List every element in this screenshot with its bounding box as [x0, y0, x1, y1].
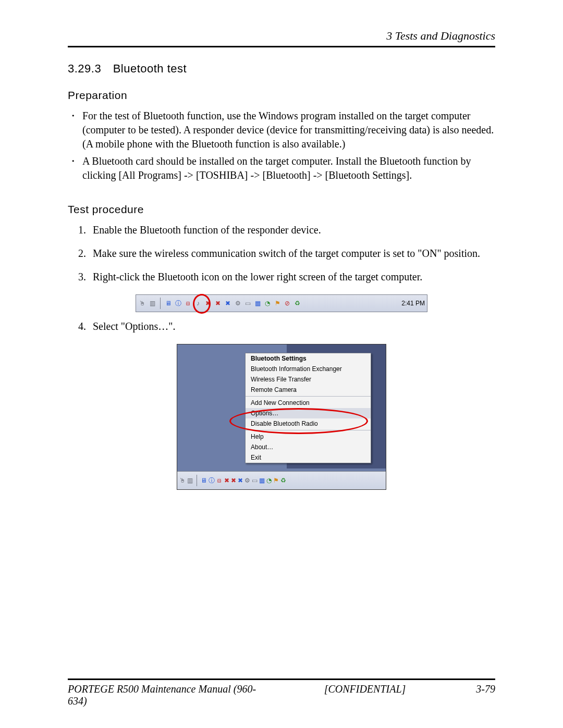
volume-red-icon: ✖ — [204, 299, 212, 307]
bluetooth-context-menu: Bluetooth Settings Bluetooth Information… — [245, 353, 371, 463]
procedure-list: Enable the Bluetooth function of the res… — [89, 223, 495, 284]
procedure-list-cont: Select "Options…". — [89, 319, 495, 334]
procedure-heading: Test procedure — [68, 203, 495, 216]
figure-context-menu: Bluetooth Settings Bluetooth Information… — [177, 344, 386, 490]
speaker-icon: ♪ — [194, 299, 202, 307]
tray-separator — [197, 475, 197, 486]
page: 3 Tests and Diagnostics 3.29.3 Bluetooth… — [0, 0, 563, 728]
desktop-icon: 🖥 — [164, 299, 173, 307]
running-header: 3 Tests and Diagnostics — [68, 29, 495, 43]
footer-confidential: [CONFIDENTIAL] — [266, 683, 464, 707]
menu-item-options[interactable]: Options… — [246, 408, 371, 418]
volume-blue-icon: ✖ — [224, 299, 232, 307]
util-icon: ⚙ — [244, 477, 250, 484]
program-icon: ▥ — [148, 299, 156, 307]
footer-manual-title: PORTEGE R500 Maintenance Manual (960-634… — [68, 683, 266, 707]
menu-item-bluetooth-settings[interactable]: Bluetooth Settings — [246, 353, 371, 364]
bottom-rule — [68, 678, 495, 680]
section-heading: 3.29.3 Bluetooth test — [68, 62, 495, 76]
menu-item-exit[interactable]: Exit — [246, 452, 371, 463]
preparation-heading: Preparation — [68, 89, 495, 102]
alert-icon: ⦻ — [216, 477, 223, 484]
flag-icon: ⚑ — [273, 299, 282, 307]
procedure-step: Make sure the wireless communication swi… — [89, 246, 495, 261]
system-tray: 🖱 ▥ 🖥 ⓘ ⦻ ✖ ✖ ✖ ⚙ ▭ ▦ ◔ ⚑ ♻ — [177, 471, 386, 489]
recycle-icon: ♻ — [293, 299, 301, 307]
menu-separator — [246, 430, 371, 430]
menu-item-about[interactable]: About… — [246, 442, 371, 452]
menu-item-help[interactable]: Help — [246, 431, 371, 442]
footer-page-number: 3-79 — [464, 683, 495, 707]
desktop-icon: 🖥 — [201, 477, 207, 484]
menu-item-info-exchanger[interactable]: Bluetooth Information Exchanger — [246, 364, 371, 374]
section-title: Bluetooth test — [113, 62, 187, 75]
section-number: 3.29.3 — [68, 62, 109, 76]
page-footer: PORTEGE R500 Maintenance Manual (960-634… — [68, 673, 495, 707]
util-icon: ⚙ — [234, 299, 242, 307]
mouse-icon: 🖱 — [179, 477, 186, 484]
menu-separator — [246, 396, 371, 397]
bluetooth-icon[interactable]: ⓘ — [209, 477, 215, 484]
window-icon: ▦ — [253, 299, 262, 307]
bluetooth-icon[interactable]: ⓘ — [174, 299, 182, 307]
recycle-icon: ♻ — [280, 477, 286, 484]
globe-icon: ◔ — [263, 299, 272, 307]
alert-icon: ⦻ — [184, 299, 192, 307]
volume-red-icon: ✖ — [224, 477, 229, 484]
tray-clock: 2:41 PM — [401, 300, 425, 307]
volume-red2-icon: ✖ — [231, 477, 236, 484]
window-icon: ▦ — [259, 477, 265, 484]
menu-item-wireless-file-transfer[interactable]: Wireless File Transfer — [246, 374, 371, 385]
system-tray: 🖱 ▥ 🖥 ⓘ ⦻ ♪ ✖ ✖ ✖ ⚙ ▭ ▦ ◔ ⚑ ⊘ ♻ 2:41 PM — [136, 294, 427, 312]
mouse-icon: 🖱 — [138, 299, 146, 307]
procedure-step: Select "Options…". — [89, 319, 495, 334]
preparation-item: A Bluetooth card should be installed on … — [68, 154, 495, 182]
procedure-step: Right-click the Bluetooth icon on the lo… — [89, 270, 495, 284]
stop-icon: ⊘ — [283, 299, 291, 307]
procedure-step: Enable the Bluetooth function of the res… — [89, 223, 495, 237]
monitor-icon: ▭ — [252, 477, 258, 484]
preparation-list: For the test of Bluetooth function, use … — [68, 109, 495, 182]
preparation-item: For the test of Bluetooth function, use … — [68, 109, 495, 151]
tray-separator — [160, 298, 161, 309]
menu-item-disable-radio[interactable]: Disable Bluetooth Radio — [246, 418, 371, 429]
volume-red2-icon: ✖ — [214, 299, 222, 307]
top-rule — [68, 46, 495, 47]
flag-icon: ⚑ — [273, 477, 279, 484]
menu-item-add-new-connection[interactable]: Add New Connection — [246, 398, 371, 408]
monitor-icon: ▭ — [243, 299, 252, 307]
menu-item-remote-camera[interactable]: Remote Camera — [246, 385, 371, 395]
program-icon: ▥ — [187, 477, 193, 484]
globe-icon: ◔ — [266, 477, 272, 484]
figure-systray: 🖱 ▥ 🖥 ⓘ ⦻ ♪ ✖ ✖ ✖ ⚙ ▭ ▦ ◔ ⚑ ⊘ ♻ 2:41 PM — [136, 294, 427, 312]
volume-blue-icon: ✖ — [238, 477, 243, 484]
